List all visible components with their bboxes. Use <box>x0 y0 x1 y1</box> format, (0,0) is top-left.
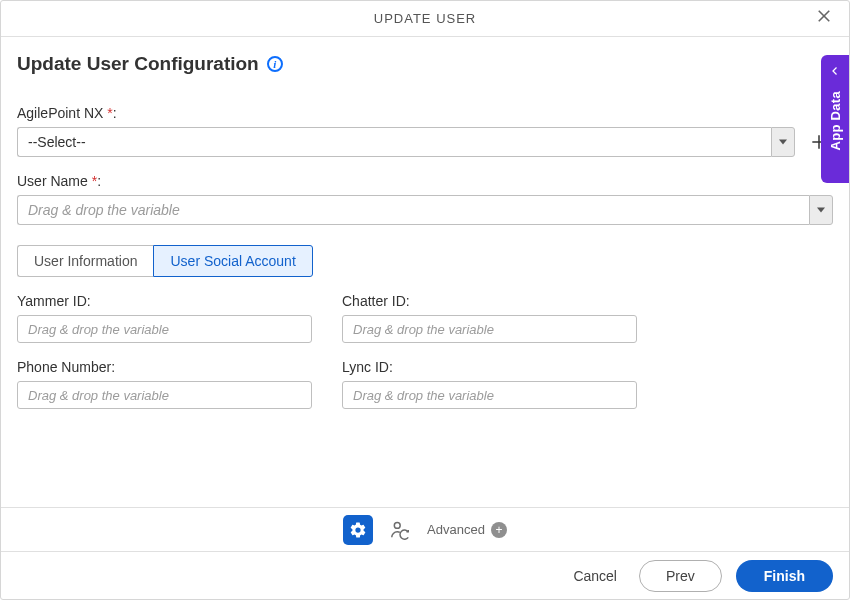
label-text: AgilePoint NX <box>17 105 103 121</box>
label-colon: : <box>113 105 117 121</box>
phone-input[interactable] <box>17 381 312 409</box>
modal-header: UPDATE USER <box>1 1 849 37</box>
plus-circle-icon: + <box>491 522 507 538</box>
field-yammer: Yammer ID: <box>17 293 312 343</box>
footer: Cancel Prev Finish <box>1 551 849 599</box>
close-icon <box>815 7 833 25</box>
agilepoint-row: --Select-- <box>17 127 833 157</box>
app-data-label: App Data <box>828 91 843 150</box>
field-lync: Lync ID: <box>342 359 637 409</box>
dropdown-caret[interactable] <box>771 127 795 157</box>
settings-button[interactable] <box>343 515 373 545</box>
app-data-panel-toggle[interactable]: App Data <box>821 55 849 183</box>
svg-marker-2 <box>779 140 787 145</box>
tabs: User Information User Social Account <box>17 245 313 277</box>
finish-button[interactable]: Finish <box>736 560 833 592</box>
row-1: Yammer ID: Chatter ID: <box>17 293 833 343</box>
label-username: User Name *: <box>17 173 833 189</box>
svg-marker-5 <box>817 208 825 213</box>
chevron-down-icon <box>779 138 787 146</box>
chatter-input[interactable] <box>342 315 637 343</box>
label-colon: : <box>97 173 101 189</box>
field-agilepoint: AgilePoint NX *: --Select-- <box>17 105 833 157</box>
label-text: User Name <box>17 173 88 189</box>
field-chatter: Chatter ID: <box>342 293 637 343</box>
gear-icon <box>349 521 367 539</box>
page-title-row: Update User Configuration i <box>17 53 833 75</box>
content-area: Update User Configuration i AgilePoint N… <box>1 37 849 551</box>
label-yammer: Yammer ID: <box>17 293 312 309</box>
cancel-button[interactable]: Cancel <box>565 562 625 590</box>
yammer-input[interactable] <box>17 315 312 343</box>
dropdown-caret[interactable] <box>809 195 833 225</box>
username-input[interactable] <box>17 195 809 225</box>
tab-user-social-account[interactable]: User Social Account <box>153 245 312 277</box>
advanced-label: Advanced <box>427 522 485 537</box>
user-refresh-icon <box>389 519 411 541</box>
row-2: Phone Number: Lync ID: <box>17 359 833 409</box>
label-lync: Lync ID: <box>342 359 637 375</box>
svg-point-6 <box>394 522 400 528</box>
username-select[interactable] <box>17 195 833 225</box>
field-username: User Name *: <box>17 173 833 225</box>
username-row <box>17 195 833 225</box>
page-title: Update User Configuration <box>17 53 259 75</box>
modal-title: UPDATE USER <box>374 11 477 26</box>
tab-user-information[interactable]: User Information <box>17 245 153 277</box>
chevron-down-icon <box>817 206 825 214</box>
bottom-toolbar: Advanced + <box>1 507 849 551</box>
field-phone: Phone Number: <box>17 359 312 409</box>
chevron-left-icon <box>829 65 841 77</box>
agilepoint-select-value: --Select-- <box>17 127 771 157</box>
label-phone: Phone Number: <box>17 359 312 375</box>
refresh-user-button[interactable] <box>385 515 415 545</box>
close-button[interactable] <box>815 7 839 31</box>
lync-input[interactable] <box>342 381 637 409</box>
advanced-button[interactable]: Advanced + <box>427 522 507 538</box>
label-chatter: Chatter ID: <box>342 293 637 309</box>
prev-button[interactable]: Prev <box>639 560 722 592</box>
info-icon[interactable]: i <box>267 56 283 72</box>
label-agilepoint: AgilePoint NX *: <box>17 105 833 121</box>
agilepoint-select[interactable]: --Select-- <box>17 127 795 157</box>
